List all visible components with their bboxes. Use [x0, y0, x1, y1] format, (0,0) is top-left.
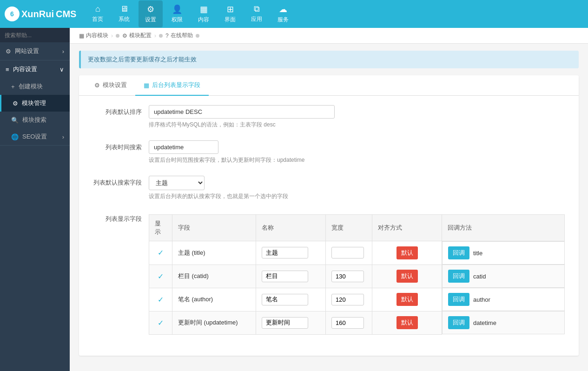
name-input-2[interactable] — [262, 294, 308, 305]
tab-module-settings[interactable]: ⚙ 模块设置 — [86, 75, 135, 96]
cell-callback-3: 回调 datetime — [442, 311, 565, 334]
nav-label-home: 首页 — [92, 15, 103, 23]
tab-backend-fields[interactable]: ▦ 后台列表显示字段 — [135, 75, 209, 96]
sidebar-section-content: ≡ 内容设置 ∨ + 创建模块 ⚙ 模块管理 🔍 模块搜索 🌐 SEO设置 › — [0, 60, 70, 146]
sidebar-item-module-manage[interactable]: ⚙ 模块管理 — [0, 95, 70, 112]
module-manage-label: 模块管理 — [22, 99, 46, 107]
breadcrumb-online-help[interactable]: ? 在线帮助 — [165, 32, 193, 40]
nav-item-settings[interactable]: ⚙ 设置 — [139, 0, 163, 27]
breadcrumb-module-config[interactable]: ⚙ 模块配置 — [122, 32, 152, 40]
callback-btn-2[interactable]: 回调 — [448, 293, 469, 306]
nav-item-system[interactable]: 🖥 系统 — [112, 0, 136, 27]
th-width: 宽度 — [326, 215, 372, 241]
form-group-default-search: 列表默认搜索字段 主题 设置后台列表的默认搜索字段，也就是第一个选中的字段 — [93, 176, 565, 200]
sidebar-item-module-search[interactable]: 🔍 模块搜索 — [0, 112, 70, 128]
align-btn-0[interactable]: 默认 — [396, 246, 418, 259]
search-bar: 🔍 — [0, 28, 70, 42]
gear-icon-sm: ⚙ — [13, 100, 18, 107]
callback-btn-0[interactable]: 回调 — [448, 246, 469, 259]
default-search-select[interactable]: 主题 — [149, 176, 205, 190]
time-search-control: 设置后台时间范围搜索字段，默认为更新时间字段：updatetime — [149, 140, 565, 164]
align-btn-1[interactable]: 默认 — [396, 270, 418, 283]
nav-label-interface: 界面 — [225, 16, 236, 24]
search-icon-sm: 🔍 — [11, 117, 19, 124]
th-field: 字段 — [172, 215, 256, 241]
breadcrumb-content-module[interactable]: ▦ 内容模块 — [79, 32, 108, 40]
default-search-control: 主题 设置后台列表的默认搜索字段，也就是第一个选中的字段 — [149, 176, 565, 200]
cell-width-0 — [326, 241, 372, 265]
th-align: 对齐方式 — [372, 215, 442, 241]
cell-field-1: 栏目 (catid) — [172, 265, 256, 288]
home-icon: ⌂ — [95, 4, 100, 14]
breadcrumb-dot-3 — [196, 34, 199, 38]
align-btn-3[interactable]: 默认 — [396, 316, 418, 329]
callback-btn-3[interactable]: 回调 — [448, 316, 469, 329]
cell-field-3: 更新时间 (updatetime) — [172, 311, 256, 334]
callback-btn-1[interactable]: 回调 — [448, 270, 469, 283]
sort-hint: 排序格式符号MySQL的语法，例如：主表字段 desc — [149, 121, 565, 129]
sidebar-item-seo[interactable]: 🌐 SEO设置 › — [0, 128, 70, 145]
form-body: 列表默认排序 排序格式符号MySQL的语法，例如：主表字段 desc 列表时间搜… — [79, 96, 579, 356]
table-row: ✓ 更新时间 (updatetime) 默认 回调 datetime — [149, 311, 565, 334]
create-module-label: 创建模块 — [19, 82, 43, 91]
align-btn-2[interactable]: 默认 — [396, 293, 418, 306]
cell-field-2: 笔名 (author) — [172, 288, 256, 311]
nav-label-services: 服务 — [277, 16, 289, 24]
nav-item-permissions[interactable]: 👤 权限 — [165, 0, 189, 27]
callback-text-3: datetime — [473, 319, 496, 326]
width-input-0[interactable] — [331, 247, 364, 258]
layout: 🔍 ⚙ 网站设置 › ≡ 内容设置 ∨ + 创建 — [0, 28, 588, 371]
cell-callback-0: 回调 title — [442, 241, 565, 265]
cell-name-1 — [256, 265, 326, 288]
table-row: ✓ 笔名 (author) 默认 回调 author — [149, 288, 565, 311]
logo-icon: 6 — [5, 7, 20, 21]
breadcrumb-module-config-label: 模块配置 — [129, 32, 152, 40]
chevron-right-icon-seo: › — [62, 133, 64, 140]
module-icon: ▦ — [79, 33, 84, 39]
nav-item-services[interactable]: ☁ 服务 — [271, 0, 295, 27]
form-group-time-search: 列表时间搜索 设置后台时间范围搜索字段，默认为更新时间字段：updatetime — [93, 140, 565, 164]
settings-icon: ⚙ — [147, 4, 154, 14]
time-search-input[interactable] — [149, 140, 218, 154]
sidebar-header-site[interactable]: ⚙ 网站设置 › — [0, 42, 70, 60]
nav-items: ⌂ 首页 🖥 系统 ⚙ 设置 👤 权限 ▦ 内容 ⊞ 界面 ⧉ 应用 ☁ 服 — [86, 0, 295, 27]
cell-display-1: ✓ — [149, 265, 172, 288]
width-input-1[interactable] — [331, 271, 364, 282]
sidebar-header-content[interactable]: ≡ 内容设置 ∨ — [0, 60, 70, 78]
width-input-3[interactable] — [331, 317, 364, 329]
name-input-0[interactable] — [262, 247, 308, 258]
seo-icon: 🌐 — [11, 133, 19, 140]
cell-display-0: ✓ — [149, 241, 172, 265]
cell-align-1: 默认 — [372, 265, 442, 288]
nav-item-home[interactable]: ⌂ 首页 — [86, 0, 110, 27]
system-icon: 🖥 — [120, 4, 128, 14]
search-input[interactable] — [5, 32, 70, 39]
nav-item-content[interactable]: ▦ 内容 — [192, 0, 216, 27]
breadcrumb-dot-2 — [159, 34, 163, 38]
nav-item-apps[interactable]: ⧉ 应用 — [244, 0, 269, 27]
cell-name-0 — [256, 241, 326, 265]
width-input-2[interactable] — [331, 294, 364, 305]
interface-icon: ⊞ — [227, 4, 234, 14]
main-panel: ⚙ 模块设置 ▦ 后台列表显示字段 列表默认排序 排序格式符号MySQL的语法，… — [79, 75, 579, 356]
content-area: ▦ 内容模块 › ⚙ 模块配置 › ? 在线帮助 更改数据之后需要更新缓存之后才… — [70, 28, 588, 371]
chevron-down-icon: ∨ — [59, 66, 64, 73]
tab-backend-fields-icon: ▦ — [144, 82, 149, 89]
sidebar-header-left: ⚙ 网站设置 — [6, 47, 39, 55]
cell-callback-1: 回调 catid — [442, 265, 565, 288]
list-icon: ≡ — [6, 66, 9, 73]
sidebar-section-site: ⚙ 网站设置 › — [0, 42, 70, 60]
apps-icon: ⧉ — [254, 4, 260, 14]
permissions-icon: 👤 — [172, 4, 182, 14]
default-search-hint: 设置后台列表的默认搜索字段，也就是第一个选中的字段 — [149, 192, 565, 200]
name-input-1[interactable] — [262, 271, 308, 282]
name-input-3[interactable] — [262, 317, 308, 329]
content-icon: ▦ — [200, 4, 208, 14]
display-fields-label: 列表显示字段 — [93, 212, 149, 223]
nav-item-interface[interactable]: ⊞ 界面 — [218, 0, 242, 27]
check-icon: ✓ — [158, 272, 164, 280]
sidebar-item-create-module[interactable]: + 创建模块 — [0, 78, 70, 95]
table-row: ✓ 栏目 (catid) 默认 回调 catid — [149, 265, 565, 288]
th-name: 名称 — [256, 215, 326, 241]
sort-input[interactable] — [149, 105, 335, 119]
